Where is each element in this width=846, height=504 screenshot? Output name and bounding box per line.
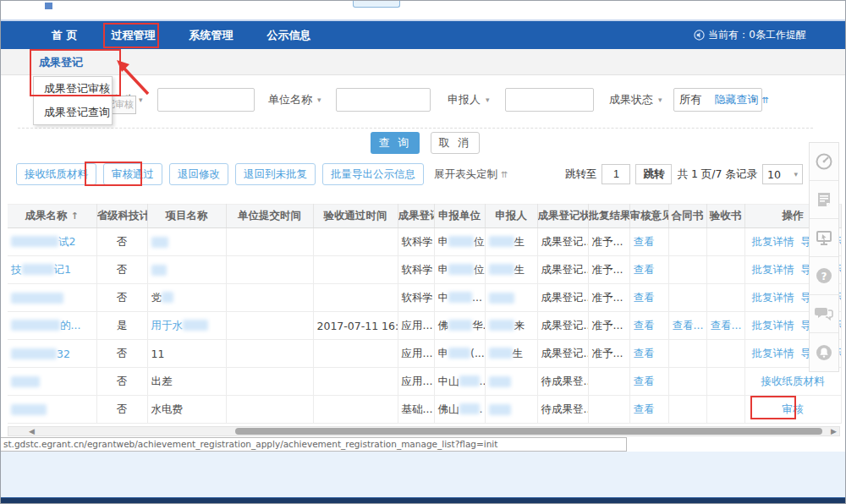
filter-unit-input[interactable] bbox=[336, 88, 431, 112]
chevron-down-icon: ▾ bbox=[486, 96, 490, 104]
achievement-name-link[interactable]: 试2 bbox=[11, 235, 75, 248]
table-row: 32 否 11 应用... 申(... 生 成果登记... 准予... 查看 批… bbox=[8, 340, 841, 368]
filter-applicant-select[interactable]: 申报人 ▾ bbox=[448, 92, 497, 107]
scroll-right-icon[interactable]: ▶ bbox=[831, 427, 837, 436]
approval-detail-link[interactable]: 批复详情 bbox=[752, 235, 794, 248]
achievement-name-link[interactable]: 32 bbox=[11, 348, 70, 360]
cell-submit-time bbox=[226, 284, 313, 312]
sort-asc-icon[interactable]: ↑ bbox=[71, 211, 79, 222]
jump-button[interactable]: 跳转 bbox=[635, 164, 672, 184]
work-reminder[interactable]: 当前有：0条工作提醒 bbox=[694, 21, 806, 49]
view-opinion-link[interactable]: 查看 bbox=[634, 291, 655, 304]
batch-export-button[interactable]: 批量导出公示信息 bbox=[322, 163, 424, 185]
return-unapproved-button[interactable]: 退回到未批复 bbox=[235, 163, 316, 185]
cell-status: 成果登记... bbox=[537, 284, 588, 312]
col-achievement-name[interactable]: 成果名称 ↑ bbox=[8, 205, 96, 228]
unit-fragment: (... bbox=[470, 347, 485, 359]
filter-applicant-input[interactable] bbox=[505, 88, 594, 112]
approval-detail-link[interactable]: 批复详情 bbox=[752, 291, 794, 304]
expand-header-link[interactable]: 展开表头定制 ⇈ bbox=[434, 167, 508, 182]
return-modify-button[interactable]: 退回修改 bbox=[169, 163, 228, 185]
cell-plan: 否 bbox=[96, 368, 147, 396]
unit-fragment: ... bbox=[480, 375, 486, 387]
table-toolbar: 接收纸质材料 审核通过 退回修改 退回到未批复 批量导出公示信息 展开表头定制 … bbox=[16, 162, 837, 186]
work-reminder-text: 当前有：0条工作提醒 bbox=[708, 28, 806, 42]
filter-name-input[interactable] bbox=[157, 88, 255, 112]
document-button[interactable] bbox=[810, 181, 838, 219]
receive-paper-button[interactable]: 接收纸质材料 bbox=[16, 163, 96, 185]
compass-button[interactable] bbox=[810, 143, 838, 181]
tab-home[interactable]: 首 页 bbox=[35, 21, 95, 49]
cell-result bbox=[588, 368, 629, 396]
feedback-button[interactable] bbox=[810, 295, 838, 333]
menu-item-registration-audit[interactable]: 成果登记审核 bbox=[34, 77, 112, 101]
col-acceptance-doc: 验收书 bbox=[706, 205, 744, 228]
table-row: 否 出差 应用... 中山... 待成果登... 查看 接收纸质材料 bbox=[8, 368, 841, 396]
cell-reg-type: 应用... bbox=[398, 340, 434, 368]
search-button[interactable]: 查 询 bbox=[371, 132, 420, 154]
menu-item-registration-query[interactable]: 成果登记查询 bbox=[34, 101, 112, 124]
achievement-name-link[interactable] bbox=[11, 375, 40, 388]
cancel-button[interactable]: 取 消 bbox=[431, 132, 480, 154]
redacted-text bbox=[11, 320, 60, 331]
cell-reg-type: 软科学 bbox=[398, 256, 434, 284]
remote-desktop-button[interactable] bbox=[810, 219, 838, 257]
jump-page-input[interactable] bbox=[602, 164, 630, 184]
cell-reg-type: 基础... bbox=[398, 396, 434, 424]
col-project-name: 项目名称 bbox=[147, 205, 226, 228]
cell-reg-type: 应用... bbox=[398, 312, 434, 340]
unit-fragment: 佛 bbox=[438, 319, 449, 331]
achievement-name-link[interactable]: 技记1 bbox=[11, 263, 71, 276]
redacted-text bbox=[459, 403, 480, 414]
redacted-text bbox=[11, 404, 47, 415]
help-button[interactable]: ? bbox=[810, 257, 838, 295]
filter-unit-label: 单位名称 bbox=[268, 92, 312, 107]
approval-detail-link[interactable]: 批复详情 bbox=[752, 347, 794, 359]
filter-unit-select[interactable]: 单位名称 ▾ bbox=[268, 92, 327, 107]
project-fragment: 用于水 bbox=[151, 319, 184, 331]
scroll-left-icon[interactable]: ◀ bbox=[29, 427, 35, 436]
redacted-text bbox=[183, 320, 208, 331]
unit-fragment: ... bbox=[472, 291, 482, 304]
scrollbar-thumb[interactable] bbox=[235, 428, 822, 435]
cell-status: 成果登记... bbox=[537, 340, 588, 368]
cell-plan: 是 bbox=[96, 312, 147, 340]
achievement-name-link[interactable]: 的... bbox=[11, 319, 80, 331]
view-acceptance-link[interactable]: 查看... bbox=[711, 319, 742, 331]
approve-button[interactable]: 审核通过 bbox=[103, 163, 162, 185]
approval-detail-link[interactable]: 批复详情 bbox=[752, 319, 794, 331]
horizontal-scrollbar[interactable]: ◀ ▶ bbox=[8, 426, 840, 436]
view-opinion-link[interactable]: 查看 bbox=[634, 347, 655, 359]
project-name-link[interactable]: 用于水 bbox=[151, 319, 209, 331]
cell-accept-time bbox=[313, 284, 398, 312]
achievement-name-link[interactable] bbox=[11, 292, 63, 304]
unit-fragment: 申 bbox=[438, 347, 449, 359]
cell-submit-time bbox=[226, 396, 313, 424]
cell-accept-time: 2017-07-11 16:1... bbox=[313, 312, 398, 340]
view-contract-link[interactable]: 查看... bbox=[673, 319, 704, 331]
menu-group-achievement-registration[interactable]: 成果登记 bbox=[39, 55, 83, 70]
achievement-name-link[interactable] bbox=[11, 403, 47, 416]
filter-status-select[interactable]: 成果状态 ▾ bbox=[609, 92, 667, 107]
submenu-bar: 成果登记 bbox=[1, 49, 846, 75]
tab-process-management[interactable]: 过程管理 bbox=[95, 21, 173, 49]
receive-paper-link[interactable]: 接收纸质材料 bbox=[761, 375, 825, 387]
view-opinion-link[interactable]: 查看 bbox=[634, 263, 655, 276]
audit-link[interactable]: 审核 bbox=[783, 403, 804, 415]
redacted-text bbox=[151, 265, 167, 276]
cell-accept-time bbox=[313, 340, 398, 368]
view-opinion-link[interactable]: 查看 bbox=[634, 319, 655, 331]
view-opinion-link[interactable]: 查看 bbox=[634, 403, 655, 415]
notification-button[interactable] bbox=[810, 333, 838, 371]
approval-detail-link[interactable]: 批复详情 bbox=[752, 263, 794, 276]
hide-query-label: 隐藏查询 bbox=[714, 93, 758, 106]
view-opinion-link[interactable]: 查看 bbox=[634, 235, 655, 248]
tab-system-management[interactable]: 系统管理 bbox=[173, 21, 250, 49]
cell-result: 准予... bbox=[588, 228, 629, 256]
unit-fragment: 中山 bbox=[438, 375, 459, 387]
tab-public-info[interactable]: 公示信息 bbox=[250, 21, 328, 49]
cell-submit-time bbox=[226, 256, 313, 284]
hide-query-link[interactable]: 隐藏查询 ⇈ bbox=[714, 92, 769, 107]
view-opinion-link[interactable]: 查看 bbox=[634, 375, 655, 387]
page-size-select[interactable]: 10 ▾ bbox=[762, 164, 803, 184]
